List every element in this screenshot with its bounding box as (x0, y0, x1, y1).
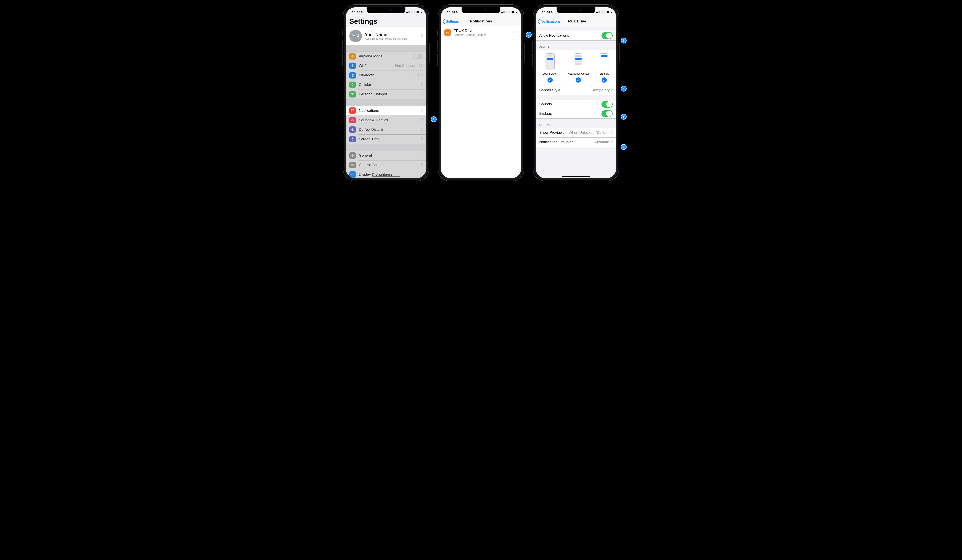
device-3: 10:44 ➤ LTE Notifications TRUX Drive (533, 4, 619, 181)
chevron-right-icon (611, 140, 613, 144)
sounds-badges-group: Sounds Badges (536, 99, 616, 119)
wifi-row[interactable]: Wi-Fi Not Connected (346, 61, 426, 71)
svg-point-7 (353, 165, 353, 166)
badges-row[interactable]: Badges (536, 109, 616, 118)
cellular-row[interactable]: Cellular (346, 80, 426, 90)
profile-subtitle: Apple ID, iCloud, Media & Purchases (365, 37, 421, 40)
show-previews-row[interactable]: Show Previews When Unlocked (Default) (536, 128, 616, 137)
notch (462, 7, 500, 13)
app-name: TRUX Drive (454, 29, 516, 33)
svg-point-1 (352, 85, 353, 85)
svg-point-8 (446, 33, 447, 34)
alerts-group-rest: Sounds & Haptics Do Not Disturb (346, 116, 426, 144)
apple-id-row[interactable]: YN Your Name Apple ID, iCloud, Media & P… (346, 27, 426, 45)
phone-frame: 10:44 ➤ LTE Settings Notifications (438, 4, 524, 181)
svg-point-3 (352, 93, 354, 95)
airplane-toggle[interactable] (413, 53, 423, 59)
nav-bar: Settings Notifications (441, 17, 521, 26)
phone-frame: 10:44 ➤ LTE Notifications TRUX Drive (533, 4, 619, 181)
screen: 10:44 ➤ LTE Notifications TRUX Drive (536, 7, 616, 178)
alert-option-notification-center[interactable]: Notification Center (568, 53, 589, 83)
callout-5: 5 (621, 114, 626, 119)
control-center-row[interactable]: Control Center (346, 160, 426, 170)
network-label: LTE (505, 11, 510, 14)
status-time: 10:45 (352, 10, 360, 14)
notification-grouping-row[interactable]: Notification Grouping Automatic (536, 137, 616, 147)
home-indicator[interactable] (562, 176, 590, 177)
check-icon (547, 77, 553, 83)
bluetooth-row[interactable]: Bluetooth On (346, 71, 426, 80)
back-button[interactable]: Notifications (537, 17, 561, 26)
app-trux-drive-row[interactable]: TRUX Drive Banners, Sounds, Badges (441, 26, 521, 39)
screen: 10:44 ➤ LTE Settings Notifications (441, 7, 521, 178)
hotspot-row[interactable]: Personal Hotspot (346, 90, 426, 99)
battery-icon (511, 11, 517, 13)
callout-1: 1 (431, 116, 437, 122)
svg-point-6 (352, 164, 352, 165)
nav-title: Notifications (470, 19, 492, 24)
general-row[interactable]: ⚙ General (346, 151, 426, 160)
notch (557, 7, 596, 13)
home-indicator[interactable] (372, 176, 400, 177)
chevron-right-icon (421, 73, 423, 77)
alert-option-banners[interactable]: Banners (599, 53, 609, 83)
settings-content[interactable]: Settings YN Your Name Apple ID, iCloud, … (346, 17, 426, 178)
sounds-toggle[interactable] (602, 101, 613, 108)
location-icon: ➤ (360, 10, 363, 14)
chevron-right-icon (421, 92, 423, 96)
svg-point-5 (353, 109, 354, 111)
sounds-row[interactable]: Sounds (536, 100, 616, 109)
back-button[interactable]: Settings (442, 17, 459, 26)
chevron-right-icon (421, 172, 423, 177)
cellular-icon (349, 82, 356, 88)
banner-style-row[interactable]: Banner Style Temporary (536, 85, 616, 95)
check-icon (602, 77, 607, 83)
device-1: 10:45 ➤ LTE Settings YN Your Name (343, 4, 429, 181)
battery-icon (416, 11, 421, 13)
hotspot-icon (349, 91, 356, 98)
svg-point-0 (352, 67, 353, 67)
chevron-right-icon (421, 64, 423, 68)
chevron-right-icon (611, 131, 613, 135)
nav-title: TRUX Drive (566, 19, 586, 24)
display-row[interactable]: AA Display & Brightness (346, 170, 426, 178)
screen-time-row[interactable]: Screen Time (346, 134, 426, 144)
allow-group: Allow Notifications (536, 31, 616, 40)
sounds-icon (349, 117, 356, 123)
chevron-right-icon (421, 163, 423, 167)
callout-2: 2 (526, 32, 531, 37)
chevron-right-icon (421, 137, 423, 141)
connectivity-group: ✈ Airplane Mode Wi-Fi Not Connected (346, 51, 426, 99)
cell-signal-icon (501, 11, 505, 13)
app-subtitle: Banners, Sounds, Badges (454, 33, 516, 37)
moon-icon (349, 126, 356, 133)
notifications-row[interactable]: Notifications (346, 106, 426, 116)
notifications-app-list[interactable]: TRUX Drive Banners, Sounds, Badges (441, 26, 521, 39)
airplane-row[interactable]: ✈ Airplane Mode (346, 51, 426, 61)
check-icon (576, 77, 581, 83)
allow-notifications-toggle[interactable] (602, 32, 613, 39)
airplane-icon: ✈ (349, 53, 356, 60)
allow-notifications-row[interactable]: Allow Notifications (536, 31, 616, 40)
chevron-right-icon (611, 88, 613, 92)
app-notification-settings[interactable]: Allow Notifications ALERTS 9:41 (536, 26, 616, 147)
svg-point-9 (448, 33, 449, 34)
banners-preview (600, 53, 609, 70)
general-group: ⚙ General Control Center AA Display & Br… (346, 151, 426, 178)
chevron-right-icon (421, 109, 423, 113)
phone-frame: 10:45 ➤ LTE Settings YN Your Name (343, 4, 429, 181)
device-2: 10:44 ➤ LTE Settings Notifications (438, 4, 524, 181)
chevron-right-icon (421, 118, 423, 122)
alert-option-lock-screen[interactable]: 9:41 Lock Screen (543, 53, 557, 83)
chevron-right-icon (516, 31, 518, 34)
battery-icon (606, 11, 612, 13)
profile-group: YN Your Name Apple ID, iCloud, Media & P… (346, 27, 426, 45)
badges-toggle[interactable] (602, 110, 613, 117)
dnd-row[interactable]: Do Not Disturb (346, 125, 426, 134)
sounds-haptics-row[interactable]: Sounds & Haptics (346, 116, 426, 125)
options-group: Show Previews When Unlocked (Default) No… (536, 128, 616, 147)
wifi-icon (349, 63, 356, 69)
chevron-right-icon (421, 34, 423, 38)
page-title: Settings (346, 17, 426, 27)
network-label: LTE (600, 11, 605, 14)
